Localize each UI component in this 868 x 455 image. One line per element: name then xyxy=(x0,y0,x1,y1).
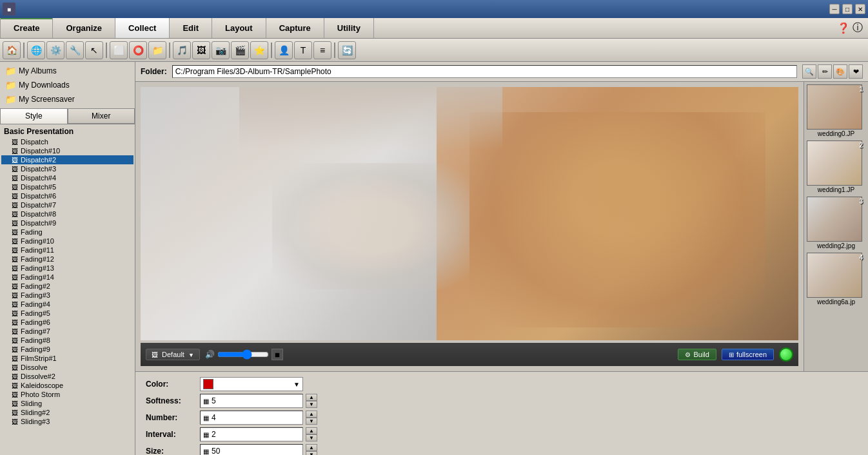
toolbar-btn-tool1[interactable]: 🔧 xyxy=(66,41,84,59)
tab-style[interactable]: Style xyxy=(0,108,68,124)
square-btn[interactable]: ■ xyxy=(271,349,283,360)
style-item-fading[interactable]: 🖼 Fading xyxy=(1,228,133,237)
style-item-fading9[interactable]: 🖼 Fading#9 xyxy=(1,345,133,354)
toolbar-btn-text2[interactable]: ≡ xyxy=(313,41,331,59)
toolbar-btn-star[interactable]: ⭐ xyxy=(250,41,268,59)
color-select[interactable]: ▼ xyxy=(200,377,303,391)
close-button[interactable]: ✕ xyxy=(855,4,865,14)
help-icon[interactable]: ❓ xyxy=(837,22,850,34)
style-item-dispatch6[interactable]: 🖼 Dispatch#6 xyxy=(1,191,133,200)
interval-down[interactable]: ▼ xyxy=(306,434,317,441)
default-button[interactable]: 🖼 Default ▼ xyxy=(146,349,200,360)
folder-edit-button[interactable]: ✏ xyxy=(818,64,832,79)
sidebar-item-my-albums[interactable]: 📁 My Albums xyxy=(3,64,132,77)
style-item-fading6[interactable]: 🖼 Fading#6 xyxy=(1,318,133,327)
menu-item-utility[interactable]: Utility xyxy=(324,18,374,38)
toolbar-btn-cursor[interactable]: ↖ xyxy=(85,41,103,59)
toolbar-btn-square[interactable]: ⬜ xyxy=(110,41,128,59)
style-item-fading10[interactable]: 🖼 Fading#10 xyxy=(1,237,133,246)
style-icon-dispatch3: 🖼 xyxy=(12,166,18,173)
style-item-dispatch3[interactable]: 🖼 Dispatch#3 xyxy=(1,164,133,173)
interval-input[interactable]: ▦ 2 xyxy=(200,427,303,441)
tab-mixer[interactable]: Mixer xyxy=(68,108,135,124)
style-item-filmstrip1[interactable]: 🖼 FilmStrip#1 xyxy=(1,354,133,363)
toolbar-btn-person[interactable]: 👤 xyxy=(275,41,293,59)
softness-down[interactable]: ▼ xyxy=(306,401,317,408)
size-down[interactable]: ▼ xyxy=(306,451,317,455)
thumbnail-item-1[interactable]: 1 wedding0.JP xyxy=(807,84,865,138)
style-item-fading13[interactable]: 🖼 Fading#13 xyxy=(1,264,133,273)
folder-heart-button[interactable]: ❤ xyxy=(849,64,863,79)
style-item-sliding3[interactable]: 🖼 Sliding#3 xyxy=(1,417,133,426)
number-up[interactable]: ▲ xyxy=(306,411,317,418)
menu-item-capture[interactable]: Capture xyxy=(266,18,324,38)
toolbar-btn-refresh[interactable]: 🔄 xyxy=(338,41,356,59)
softness-up[interactable]: ▲ xyxy=(306,394,317,401)
style-item-fading8[interactable]: 🖼 Fading#8 xyxy=(1,336,133,345)
style-item-dissolve2[interactable]: 🖼 Dissolve#2 xyxy=(1,372,133,381)
menu-item-layout[interactable]: Layout xyxy=(212,18,266,38)
thumbnail-item-4[interactable]: 4 wedding6a.jp xyxy=(807,253,865,306)
style-item-fading5[interactable]: 🖼 Fading#5 xyxy=(1,309,133,318)
style-item-dispatch2[interactable]: 🖼 Dispatch#2 xyxy=(1,155,133,164)
thumbnail-img-2 xyxy=(807,140,862,186)
toolbar-btn-settings[interactable]: ⚙️ xyxy=(46,41,64,59)
toolbar-btn-music[interactable]: 🎵 xyxy=(173,41,191,59)
style-item-dispatch4[interactable]: 🖼 Dispatch#4 xyxy=(1,173,133,182)
number-down[interactable]: ▼ xyxy=(306,418,317,425)
sidebar-item-my-screensaver[interactable]: 📁 My Screensaver xyxy=(3,93,132,106)
folder-color-button[interactable]: 🎨 xyxy=(833,64,847,79)
style-item-dissolve[interactable]: 🖼 Dissolve xyxy=(1,363,133,372)
interval-up[interactable]: ▲ xyxy=(306,427,317,434)
style-item-fading11[interactable]: 🖼 Fading#11 xyxy=(1,246,133,255)
style-list-container[interactable]: Basic Presentation 🖼 Dispatch 🖼 Dispatch… xyxy=(0,124,135,455)
style-item-fading14[interactable]: 🖼 Fading#14 xyxy=(1,273,133,282)
number-input[interactable]: ▦ 4 xyxy=(200,411,303,425)
style-item-sliding[interactable]: 🖼 Sliding xyxy=(1,399,133,408)
folder-search-button[interactable]: 🔍 xyxy=(802,64,816,79)
folder-path[interactable]: C:/Program Files/3D-Album-TR/SamplePhoto xyxy=(172,65,797,78)
thumbnail-item-2[interactable]: 2 wedding1.JP xyxy=(807,140,865,194)
sidebar-item-my-downloads[interactable]: 📁 My Downloads xyxy=(3,79,132,92)
toolbar-btn-globe[interactable]: 🌐 xyxy=(27,41,45,59)
menu-item-create[interactable]: Create xyxy=(0,18,53,38)
menu-item-organize[interactable]: Organize xyxy=(53,18,115,38)
style-item-dispatch10[interactable]: 🖼 Dispatch#10 xyxy=(1,146,133,155)
toolbar-btn-letter[interactable]: T xyxy=(294,41,312,59)
build-button[interactable]: ⚙ Build xyxy=(678,349,716,360)
softness-input[interactable]: ▦ 5 xyxy=(200,394,303,408)
info-icon[interactable]: ⓘ xyxy=(853,21,863,35)
toolbar-btn-home[interactable]: 🏠 xyxy=(3,41,21,59)
style-icon-dispatch9: 🖼 xyxy=(12,220,18,227)
menu-item-collect[interactable]: Collect xyxy=(115,18,170,38)
style-item-dispatch[interactable]: 🖼 Dispatch xyxy=(1,137,133,146)
style-item-sliding2[interactable]: 🖼 Sliding#2 xyxy=(1,408,133,417)
toolbar-btn-film[interactable]: 🎬 xyxy=(231,41,249,59)
size-up[interactable]: ▲ xyxy=(306,444,317,451)
toolbar-btn-folder[interactable]: 📁 xyxy=(148,41,166,59)
go-button[interactable] xyxy=(779,347,793,362)
fullscreen-button[interactable]: ⊞ fullscreen xyxy=(722,349,774,360)
style-item-dispatch7[interactable]: 🖼 Dispatch#7 xyxy=(1,200,133,209)
toolbar-btn-camera[interactable]: 📷 xyxy=(212,41,230,59)
size-input[interactable]: ▦ 50 xyxy=(200,444,303,455)
restore-button[interactable]: □ xyxy=(842,4,853,14)
toolbar-btn-image[interactable]: 🖼 xyxy=(192,41,210,59)
style-item-fading12[interactable]: 🖼 Fading#12 xyxy=(1,255,133,264)
toolbar-btn-circle[interactable]: ⭕ xyxy=(129,41,147,59)
style-item-dispatch8[interactable]: 🖼 Dispatch#8 xyxy=(1,209,133,218)
style-icon-sliding3: 🖼 xyxy=(12,418,18,425)
style-item-fading2[interactable]: 🖼 Fading#2 xyxy=(1,282,133,291)
thumbnail-item-3[interactable]: 3 wedding2.jpg xyxy=(807,197,865,250)
style-icon-fading8: 🖼 xyxy=(12,337,18,344)
volume-slider[interactable] xyxy=(217,349,269,360)
style-item-dispatch5[interactable]: 🖼 Dispatch#5 xyxy=(1,182,133,191)
style-item-photo-storm[interactable]: 🖼 Photo Storm xyxy=(1,390,133,399)
style-item-fading7[interactable]: 🖼 Fading#7 xyxy=(1,327,133,336)
minimize-button[interactable]: ─ xyxy=(829,4,840,14)
style-item-kaleidoscope[interactable]: 🖼 Kaleidoscope xyxy=(1,381,133,390)
style-item-fading4[interactable]: 🖼 Fading#4 xyxy=(1,300,133,309)
style-item-fading3[interactable]: 🖼 Fading#3 xyxy=(1,291,133,300)
menu-item-edit[interactable]: Edit xyxy=(170,18,212,38)
style-item-dispatch9[interactable]: 🖼 Dispatch#9 xyxy=(1,218,133,228)
